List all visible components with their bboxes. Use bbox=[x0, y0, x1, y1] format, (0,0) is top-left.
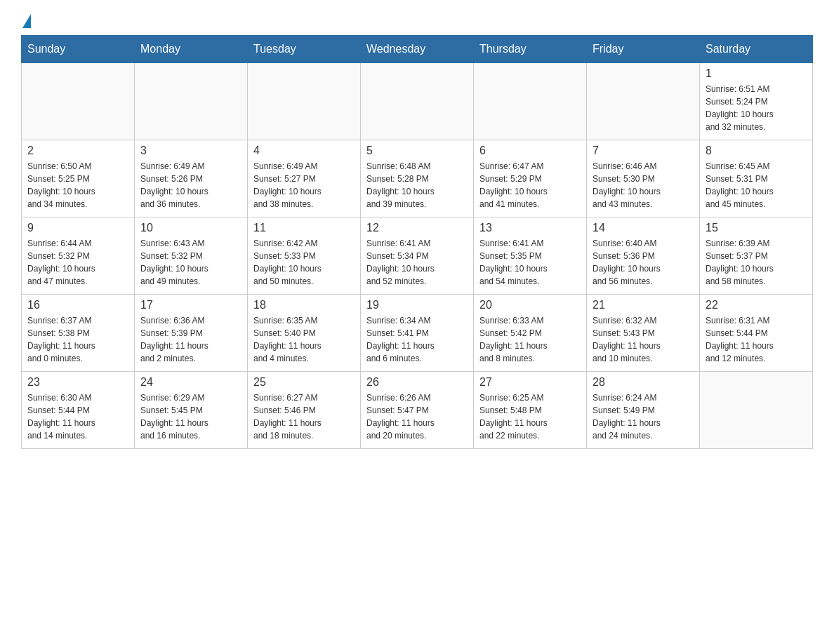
day-number: 21 bbox=[593, 299, 694, 311]
day-number: 27 bbox=[479, 376, 581, 389]
weekday-header-sunday: Sunday bbox=[22, 36, 135, 63]
calendar-cell: 2Sunrise: 6:50 AM Sunset: 5:25 PM Daylig… bbox=[22, 140, 135, 217]
day-info: Sunrise: 6:49 AM Sunset: 5:26 PM Dayligh… bbox=[140, 160, 241, 210]
calendar-cell: 25Sunrise: 6:27 AM Sunset: 5:46 PM Dayli… bbox=[248, 372, 361, 449]
calendar-cell bbox=[474, 63, 587, 140]
day-number: 25 bbox=[253, 376, 355, 389]
day-info: Sunrise: 6:35 AM Sunset: 5:40 PM Dayligh… bbox=[253, 314, 355, 365]
day-info: Sunrise: 6:48 AM Sunset: 5:28 PM Dayligh… bbox=[366, 160, 468, 210]
calendar-week-row: 16Sunrise: 6:37 AM Sunset: 5:38 PM Dayli… bbox=[22, 295, 813, 372]
day-number: 8 bbox=[706, 145, 807, 157]
calendar-cell: 8Sunrise: 6:45 AM Sunset: 5:31 PM Daylig… bbox=[700, 140, 813, 217]
weekday-header-tuesday: Tuesday bbox=[248, 36, 361, 63]
calendar-cell bbox=[248, 63, 361, 140]
calendar-cell: 27Sunrise: 6:25 AM Sunset: 5:48 PM Dayli… bbox=[474, 372, 587, 449]
day-info: Sunrise: 6:42 AM Sunset: 5:33 PM Dayligh… bbox=[253, 237, 355, 288]
weekday-header-friday: Friday bbox=[587, 36, 700, 63]
calendar-cell: 18Sunrise: 6:35 AM Sunset: 5:40 PM Dayli… bbox=[248, 295, 361, 372]
weekday-header-wednesday: Wednesday bbox=[361, 36, 474, 63]
day-info: Sunrise: 6:51 AM Sunset: 5:24 PM Dayligh… bbox=[706, 83, 807, 133]
day-info: Sunrise: 6:32 AM Sunset: 5:43 PM Dayligh… bbox=[593, 314, 694, 365]
day-number: 10 bbox=[140, 222, 241, 234]
calendar-cell: 7Sunrise: 6:46 AM Sunset: 5:30 PM Daylig… bbox=[587, 140, 700, 217]
day-info: Sunrise: 6:26 AM Sunset: 5:47 PM Dayligh… bbox=[366, 391, 468, 442]
day-number: 6 bbox=[479, 145, 581, 157]
weekday-header-monday: Monday bbox=[135, 36, 248, 63]
calendar-cell bbox=[700, 372, 813, 449]
day-info: Sunrise: 6:29 AM Sunset: 5:45 PM Dayligh… bbox=[140, 391, 241, 442]
day-number: 7 bbox=[593, 145, 694, 157]
calendar-cell: 3Sunrise: 6:49 AM Sunset: 5:26 PM Daylig… bbox=[135, 140, 248, 217]
day-number: 13 bbox=[479, 222, 581, 234]
calendar-cell: 22Sunrise: 6:31 AM Sunset: 5:44 PM Dayli… bbox=[700, 295, 813, 372]
calendar-cell: 12Sunrise: 6:41 AM Sunset: 5:34 PM Dayli… bbox=[361, 217, 474, 295]
calendar-table: SundayMondayTuesdayWednesdayThursdayFrid… bbox=[21, 35, 813, 449]
weekday-header-row: SundayMondayTuesdayWednesdayThursdayFrid… bbox=[22, 36, 813, 63]
day-info: Sunrise: 6:47 AM Sunset: 5:29 PM Dayligh… bbox=[479, 160, 581, 210]
calendar-cell: 4Sunrise: 6:49 AM Sunset: 5:27 PM Daylig… bbox=[248, 140, 361, 217]
day-info: Sunrise: 6:37 AM Sunset: 5:38 PM Dayligh… bbox=[27, 314, 128, 365]
day-number: 5 bbox=[366, 145, 468, 157]
calendar-cell: 5Sunrise: 6:48 AM Sunset: 5:28 PM Daylig… bbox=[361, 140, 474, 217]
day-info: Sunrise: 6:33 AM Sunset: 5:42 PM Dayligh… bbox=[479, 314, 581, 365]
day-info: Sunrise: 6:49 AM Sunset: 5:27 PM Dayligh… bbox=[253, 160, 355, 210]
day-info: Sunrise: 6:25 AM Sunset: 5:48 PM Dayligh… bbox=[479, 391, 581, 442]
day-number: 3 bbox=[140, 145, 241, 157]
calendar-cell: 10Sunrise: 6:43 AM Sunset: 5:32 PM Dayli… bbox=[135, 217, 248, 295]
day-number: 26 bbox=[366, 376, 468, 389]
day-info: Sunrise: 6:50 AM Sunset: 5:25 PM Dayligh… bbox=[27, 160, 128, 210]
day-number: 17 bbox=[140, 299, 241, 311]
weekday-header-thursday: Thursday bbox=[474, 36, 587, 63]
day-info: Sunrise: 6:34 AM Sunset: 5:41 PM Dayligh… bbox=[366, 314, 468, 365]
day-number: 23 bbox=[27, 376, 128, 389]
day-number: 15 bbox=[706, 222, 807, 234]
day-info: Sunrise: 6:31 AM Sunset: 5:44 PM Dayligh… bbox=[706, 314, 807, 365]
day-number: 11 bbox=[253, 222, 355, 234]
calendar-week-row: 2Sunrise: 6:50 AM Sunset: 5:25 PM Daylig… bbox=[22, 140, 813, 217]
day-info: Sunrise: 6:40 AM Sunset: 5:36 PM Dayligh… bbox=[593, 237, 694, 288]
day-number: 12 bbox=[366, 222, 468, 234]
day-number: 16 bbox=[27, 299, 128, 311]
calendar-cell: 21Sunrise: 6:32 AM Sunset: 5:43 PM Dayli… bbox=[587, 295, 700, 372]
calendar-cell: 14Sunrise: 6:40 AM Sunset: 5:36 PM Dayli… bbox=[587, 217, 700, 295]
day-number: 18 bbox=[253, 299, 355, 311]
calendar-week-row: 1Sunrise: 6:51 AM Sunset: 5:24 PM Daylig… bbox=[22, 63, 813, 140]
day-info: Sunrise: 6:41 AM Sunset: 5:34 PM Dayligh… bbox=[366, 237, 468, 288]
calendar-cell bbox=[587, 63, 700, 140]
page-header bbox=[21, 14, 813, 28]
weekday-header-saturday: Saturday bbox=[700, 36, 813, 63]
calendar-cell: 26Sunrise: 6:26 AM Sunset: 5:47 PM Dayli… bbox=[361, 372, 474, 449]
calendar-cell: 15Sunrise: 6:39 AM Sunset: 5:37 PM Dayli… bbox=[700, 217, 813, 295]
calendar-cell: 17Sunrise: 6:36 AM Sunset: 5:39 PM Dayli… bbox=[135, 295, 248, 372]
logo bbox=[21, 14, 32, 28]
day-number: 22 bbox=[706, 299, 807, 311]
day-number: 24 bbox=[140, 376, 241, 389]
day-info: Sunrise: 6:27 AM Sunset: 5:46 PM Dayligh… bbox=[253, 391, 355, 442]
calendar-cell: 20Sunrise: 6:33 AM Sunset: 5:42 PM Dayli… bbox=[474, 295, 587, 372]
day-number: 20 bbox=[479, 299, 581, 311]
calendar-cell: 6Sunrise: 6:47 AM Sunset: 5:29 PM Daylig… bbox=[474, 140, 587, 217]
day-info: Sunrise: 6:46 AM Sunset: 5:30 PM Dayligh… bbox=[593, 160, 694, 210]
logo-triangle-icon bbox=[22, 14, 31, 28]
calendar-cell bbox=[135, 63, 248, 140]
calendar-cell: 11Sunrise: 6:42 AM Sunset: 5:33 PM Dayli… bbox=[248, 217, 361, 295]
calendar-cell: 24Sunrise: 6:29 AM Sunset: 5:45 PM Dayli… bbox=[135, 372, 248, 449]
day-number: 28 bbox=[593, 376, 694, 389]
day-info: Sunrise: 6:36 AM Sunset: 5:39 PM Dayligh… bbox=[140, 314, 241, 365]
day-info: Sunrise: 6:41 AM Sunset: 5:35 PM Dayligh… bbox=[479, 237, 581, 288]
day-info: Sunrise: 6:45 AM Sunset: 5:31 PM Dayligh… bbox=[706, 160, 807, 210]
day-number: 2 bbox=[27, 145, 128, 157]
day-number: 14 bbox=[593, 222, 694, 234]
calendar-cell bbox=[22, 63, 135, 140]
calendar-cell: 16Sunrise: 6:37 AM Sunset: 5:38 PM Dayli… bbox=[22, 295, 135, 372]
day-info: Sunrise: 6:30 AM Sunset: 5:44 PM Dayligh… bbox=[27, 391, 128, 442]
day-info: Sunrise: 6:43 AM Sunset: 5:32 PM Dayligh… bbox=[140, 237, 241, 288]
calendar-cell: 19Sunrise: 6:34 AM Sunset: 5:41 PM Dayli… bbox=[361, 295, 474, 372]
day-number: 19 bbox=[366, 299, 468, 311]
calendar-cell: 1Sunrise: 6:51 AM Sunset: 5:24 PM Daylig… bbox=[700, 63, 813, 140]
calendar-cell: 23Sunrise: 6:30 AM Sunset: 5:44 PM Dayli… bbox=[22, 372, 135, 449]
day-number: 1 bbox=[706, 67, 807, 80]
day-info: Sunrise: 6:44 AM Sunset: 5:32 PM Dayligh… bbox=[27, 237, 128, 288]
calendar-week-row: 23Sunrise: 6:30 AM Sunset: 5:44 PM Dayli… bbox=[22, 372, 813, 449]
calendar-cell bbox=[361, 63, 474, 140]
